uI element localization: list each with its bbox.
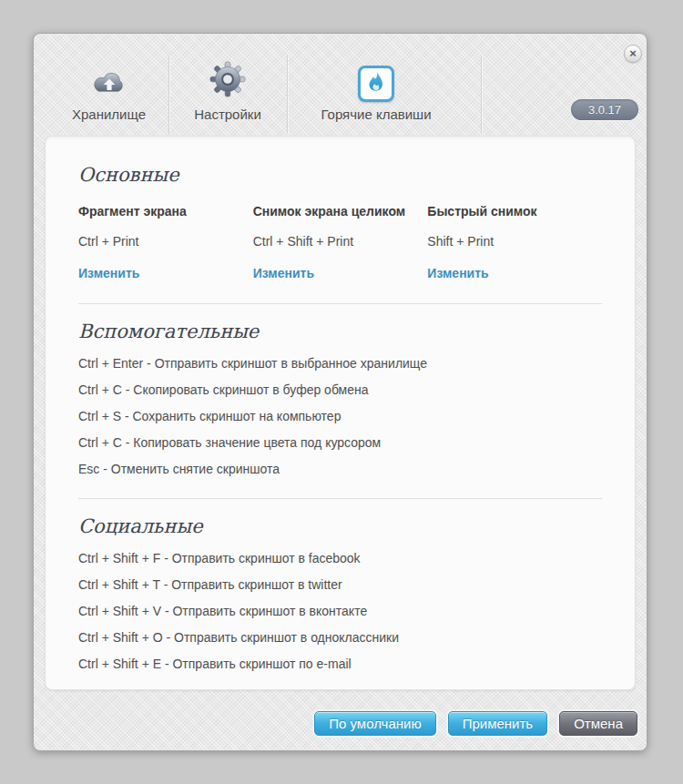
tab-hotkeys[interactable]: Горячие клавиши xyxy=(287,34,465,125)
change-link[interactable]: Изменить xyxy=(427,266,488,280)
main-hotkeys-row: Фрагмент экрана Ctrl + Print Изменить Сн… xyxy=(78,204,602,281)
hotkey-list-item: Ctrl + Shift + V - Отправить скриншот в … xyxy=(78,604,602,618)
change-link[interactable]: Изменить xyxy=(253,266,314,280)
section-divider xyxy=(78,303,602,304)
hotkey-column-fragment: Фрагмент экрана Ctrl + Print Изменить xyxy=(78,204,253,281)
tab-settings-label: Настройки xyxy=(194,107,261,122)
tab-hotkeys-label: Горячие клавиши xyxy=(321,107,431,122)
hotkey-name: Быстрый снимок xyxy=(427,204,602,219)
hotkey-combo: Ctrl + Print xyxy=(78,234,253,249)
hotkey-combo: Shift + Print xyxy=(427,234,602,249)
hotkey-list-item: Esc - Отменить снятие скриншота xyxy=(78,462,602,476)
cancel-button[interactable]: Отмена xyxy=(559,711,637,736)
social-hotkey-list: Ctrl + Shift + F - Отправить скриншот в … xyxy=(78,551,602,671)
tab-storage-label: Хранилище xyxy=(72,107,146,122)
hotkey-list-item: Ctrl + Shift + E - Отправить скриншот по… xyxy=(78,657,602,671)
defaults-button[interactable]: По умолчанию xyxy=(314,711,435,736)
hotkey-name: Фрагмент экрана xyxy=(78,204,253,219)
hotkey-list-item: Ctrl + Enter - Отправить скриншот в выбр… xyxy=(78,356,602,371)
section-title-social: Социальные xyxy=(78,515,602,537)
hotkey-list-item: Ctrl + C - Копировать значение цвета под… xyxy=(78,435,602,450)
hotkey-name: Снимок экрана целиком xyxy=(253,204,428,219)
hotkey-list-item: Ctrl + S - Сохранить скриншот на компьют… xyxy=(78,409,602,423)
gear-icon xyxy=(209,60,247,102)
tab-storage[interactable]: Хранилище xyxy=(49,34,168,125)
apply-button[interactable]: Применить xyxy=(448,711,548,736)
hotkey-column-fullscreen: Снимок экрана целиком Ctrl + Shift + Pri… xyxy=(253,204,428,281)
hotkeys-panel: Основные Фрагмент экрана Ctrl + Print Из… xyxy=(45,136,636,690)
hotkey-column-quick: Быстрый снимок Shift + Print Изменить xyxy=(427,204,602,281)
tab-settings[interactable]: Настройки xyxy=(168,34,287,125)
hotkey-list-item: Ctrl + Shift + T - Отправить скриншот в … xyxy=(78,577,602,592)
section-title-auxiliary: Вспомогательные xyxy=(78,321,602,342)
footer-button-bar: По умолчанию Применить Отмена xyxy=(314,711,637,736)
flame-icon xyxy=(358,66,394,102)
version-badge: 3.0.17 xyxy=(571,99,638,120)
auxiliary-hotkey-list: Ctrl + Enter - Отправить скриншот в выбр… xyxy=(78,356,602,476)
hotkey-list-item: Ctrl + Shift + F - Отправить скриншот в … xyxy=(78,551,602,565)
section-title-main: Основные xyxy=(78,164,602,186)
hotkey-combo: Ctrl + Shift + Print xyxy=(253,234,428,249)
hotkey-list-item: Ctrl + Shift + O - Отправить скриншот в … xyxy=(78,630,602,645)
hotkey-list-item: Ctrl + C - Скопировать скриншот в буфер … xyxy=(78,382,602,397)
section-divider xyxy=(78,498,602,499)
settings-window: × Хранилище xyxy=(33,33,647,751)
change-link[interactable]: Изменить xyxy=(78,266,139,280)
tab-bar: Хранилище xyxy=(49,34,647,125)
cloud-upload-icon xyxy=(91,69,127,102)
